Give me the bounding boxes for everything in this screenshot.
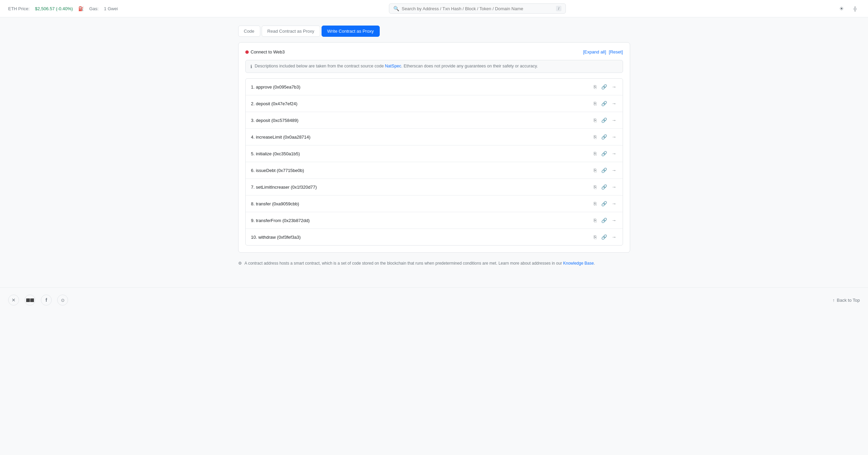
contract-item-label: 4. increaseLimit (0x0aa28714) <box>251 135 311 140</box>
social-links: ✕ ⬛⬛ f ⊙ <box>8 295 68 305</box>
eth-price-value: $2,506.57 (-0.40%) <box>35 6 73 11</box>
knowledge-base-link[interactable]: Knowledge Base <box>563 261 594 266</box>
contract-item-label: 6. issueDebt (0x7715be0b) <box>251 168 304 173</box>
connection-status-dot <box>245 50 249 54</box>
medium-link[interactable]: ⬛⬛ <box>24 295 35 305</box>
contract-item-label: 3. deposit (0xc5758489) <box>251 118 298 123</box>
back-to-top-link[interactable]: ↑ Back to Top <box>833 298 860 303</box>
reddit-link[interactable]: ⊙ <box>57 295 68 305</box>
contract-item-label: 2. deposit (0x47e7ef24) <box>251 101 298 106</box>
header-right: ☀ ⟠ <box>837 4 860 13</box>
copy-icon[interactable]: ⎘ <box>593 117 597 124</box>
ethereum-icon[interactable]: ⟠ <box>850 4 860 13</box>
contract-item-label: 9. transferFrom (0x23b872dd) <box>251 218 310 223</box>
contract-item-actions: ⎘ 🔗 → <box>593 200 617 207</box>
search-box[interactable]: 🔍 / <box>389 3 566 14</box>
facebook-link[interactable]: f <box>41 295 52 305</box>
copy-icon[interactable]: ⎘ <box>593 234 597 240</box>
back-to-top-label: Back to Top <box>837 298 860 303</box>
contract-item-label: 5. initialize (0xc350a1b5) <box>251 151 300 156</box>
tab-write-proxy[interactable]: Write Contract as Proxy <box>322 26 380 37</box>
expand-icon[interactable]: → <box>611 117 617 124</box>
contract-item[interactable]: 3. deposit (0xc5758489) ⎘ 🔗 → <box>246 112 623 129</box>
contract-item-actions: ⎘ 🔗 → <box>593 83 617 90</box>
expand-all-link[interactable]: [Expand all] <box>583 49 606 54</box>
search-icon: 🔍 <box>393 6 399 11</box>
gas-separator: ⛽ <box>78 6 84 11</box>
connect-web3-label: Connect to Web3 <box>251 49 285 54</box>
contract-item[interactable]: 1. approve (0x095ea7b3) ⎘ 🔗 → <box>246 79 623 95</box>
contract-item[interactable]: 9. transferFrom (0x23b872dd) ⎘ 🔗 → <box>246 212 623 229</box>
link-icon[interactable]: 🔗 <box>601 184 608 190</box>
contract-item-actions: ⎘ 🔗 → <box>593 184 617 190</box>
expand-reset-controls: [Expand all] [Reset] <box>583 49 623 54</box>
header: ETH Price: $2,506.57 (-0.40%) ⛽ Gas: 1 G… <box>0 0 868 17</box>
copy-icon[interactable]: ⎘ <box>593 83 597 90</box>
theme-toggle-icon[interactable]: ☀ <box>837 4 846 13</box>
contract-item[interactable]: 4. increaseLimit (0x0aa28714) ⎘ 🔗 → <box>246 129 623 145</box>
contract-item[interactable]: 6. issueDebt (0x7715be0b) ⎘ 🔗 → <box>246 162 623 179</box>
footer-text: A contract address hosts a smart contrac… <box>245 261 595 266</box>
link-icon[interactable]: 🔗 <box>601 83 608 90</box>
footer-info: ⚙ A contract address hosts a smart contr… <box>238 261 630 266</box>
copy-icon[interactable]: ⎘ <box>593 217 597 224</box>
search-input[interactable] <box>402 6 554 11</box>
gas-label: Gas: <box>89 6 98 11</box>
expand-icon[interactable]: → <box>611 167 617 174</box>
link-icon[interactable]: 🔗 <box>601 134 608 140</box>
contract-item-label: 8. transfer (0xa9059cbb) <box>251 201 299 206</box>
link-icon[interactable]: 🔗 <box>601 100 608 107</box>
link-icon[interactable]: 🔗 <box>601 117 608 124</box>
tab-bar: Code Read Contract as Proxy Write Contra… <box>238 26 630 37</box>
contract-item[interactable]: 5. initialize (0xc350a1b5) ⎘ 🔗 → <box>246 145 623 162</box>
search-container: 🔍 / <box>389 3 566 14</box>
arrow-up-icon: ↑ <box>833 298 835 303</box>
copy-icon[interactable]: ⎘ <box>593 150 597 157</box>
contract-item-actions: ⎘ 🔗 → <box>593 134 617 140</box>
expand-icon[interactable]: → <box>611 200 617 207</box>
expand-icon[interactable]: → <box>611 150 617 157</box>
link-icon[interactable]: 🔗 <box>601 234 608 240</box>
contract-item[interactable]: 10. withdraw (0xf3fef3a3) ⎘ 🔗 → <box>246 229 623 245</box>
copy-icon[interactable]: ⎘ <box>593 134 597 140</box>
info-notice: ℹ Descriptions included below are taken … <box>245 60 623 73</box>
expand-icon[interactable]: → <box>611 83 617 90</box>
copy-icon[interactable]: ⎘ <box>593 200 597 207</box>
info-icon: ℹ <box>250 64 252 69</box>
header-left: ETH Price: $2,506.57 (-0.40%) ⛽ Gas: 1 G… <box>8 6 118 11</box>
reset-link[interactable]: [Reset] <box>609 49 623 54</box>
natspec-link[interactable]: NatSpec <box>385 64 401 68</box>
contract-item-actions: ⎘ 🔗 → <box>593 100 617 107</box>
expand-icon[interactable]: → <box>611 184 617 190</box>
link-icon[interactable]: 🔗 <box>601 150 608 157</box>
contract-item[interactable]: 8. transfer (0xa9059cbb) ⎘ 🔗 → <box>246 195 623 212</box>
contract-item[interactable]: 2. deposit (0x47e7ef24) ⎘ 🔗 → <box>246 95 623 112</box>
contract-item-actions: ⎘ 🔗 → <box>593 117 617 124</box>
eth-price-label: ETH Price: <box>8 6 30 11</box>
contract-item-actions: ⎘ 🔗 → <box>593 150 617 157</box>
copy-icon[interactable]: ⎘ <box>593 184 597 190</box>
connect-bar: Connect to Web3 [Expand all] [Reset] <box>245 49 623 54</box>
expand-icon[interactable]: → <box>611 100 617 107</box>
link-icon[interactable]: 🔗 <box>601 200 608 207</box>
contract-item-label: 1. approve (0x095ea7b3) <box>251 84 300 90</box>
social-footer: ✕ ⬛⬛ f ⊙ ↑ Back to Top <box>0 287 868 312</box>
info-text: Descriptions included below are taken fr… <box>255 64 538 68</box>
copy-icon[interactable]: ⎘ <box>593 167 597 174</box>
contract-item-actions: ⎘ 🔗 → <box>593 167 617 174</box>
expand-icon[interactable]: → <box>611 234 617 240</box>
contract-list: 1. approve (0x095ea7b3) ⎘ 🔗 → 2. deposit… <box>245 78 623 246</box>
connect-web3-button[interactable]: Connect to Web3 <box>245 49 285 54</box>
twitter-link[interactable]: ✕ <box>8 295 19 305</box>
copy-icon[interactable]: ⎘ <box>593 100 597 107</box>
tab-code[interactable]: Code <box>238 26 260 37</box>
gas-value: 1 Gwei <box>104 6 118 11</box>
contract-item-actions: ⎘ 🔗 → <box>593 217 617 224</box>
tab-read-proxy[interactable]: Read Contract as Proxy <box>262 26 320 37</box>
expand-icon[interactable]: → <box>611 134 617 140</box>
link-icon[interactable]: 🔗 <box>601 217 608 224</box>
link-icon[interactable]: 🔗 <box>601 167 608 174</box>
contract-item[interactable]: 7. setLimitIncreaser (0x1f320d77) ⎘ 🔗 → <box>246 179 623 195</box>
contract-item-label: 10. withdraw (0xf3fef3a3) <box>251 235 301 240</box>
expand-icon[interactable]: → <box>611 217 617 224</box>
